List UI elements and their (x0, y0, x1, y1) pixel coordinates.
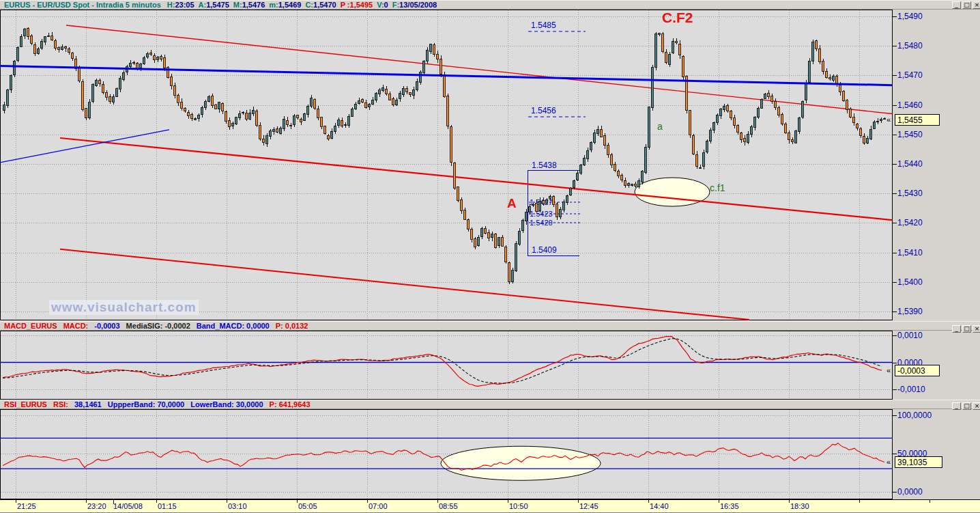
rsi-value-box: 39,1035 (895, 456, 942, 468)
macd-value-box: -0,0003 (895, 365, 940, 376)
price-marker-arrow-icon: « (887, 116, 894, 124)
price-level-label: 1.5420 (530, 219, 553, 227)
price-level-label: 1.5409 (532, 245, 557, 255)
axis-tick-label: 1,5460 (897, 101, 923, 109)
minimize-button[interactable]: _ (952, 402, 961, 410)
axis-tick-label: 100,0000 (897, 411, 932, 419)
rsi-window-buttons: _□× (952, 402, 980, 410)
price-level-label: 1.5438 (532, 161, 557, 170)
price-level-label: 1.5456 (531, 106, 556, 115)
annotation-a-lower: a (657, 121, 663, 132)
chart-window: EURUS - EUR/USD Spot - Intradia 5 minuto… (0, 0, 980, 513)
maximize-button[interactable]: □ (962, 1, 971, 9)
annotation-cf2: C.F2 (662, 10, 693, 26)
axis-tick-label: 1,5410 (897, 249, 923, 257)
chart-canvas[interactable]: 1.54851.54561.54381.54091.54271.54231.54… (0, 0, 980, 513)
main-window-buttons: _□× (952, 1, 980, 9)
rsi-value-axis[interactable]: 100,000050,00000,0000 (893, 409, 980, 499)
axis-tick-label: 1,5420 (897, 219, 923, 227)
maximize-button[interactable]: □ (962, 325, 971, 333)
annotation-a-upper: A (507, 196, 517, 211)
price-level-label: 1.5485 (531, 20, 556, 30)
maximize-button[interactable]: □ (962, 402, 971, 410)
minimize-button[interactable]: _ (952, 1, 961, 9)
minimize-button[interactable]: _ (952, 325, 961, 333)
close-button[interactable]: × (972, 1, 980, 9)
axis-tick-label: -0,0010 (897, 385, 925, 393)
macd-window-buttons: _□× (952, 325, 980, 333)
axis-tick-label: 1,5480 (897, 42, 923, 50)
close-button[interactable]: × (972, 325, 980, 333)
macd-marker-arrow-icon: « (887, 367, 894, 374)
close-button[interactable]: × (972, 402, 980, 410)
axis-tick-label: 1,5430 (897, 189, 923, 197)
main-price-axis[interactable]: 1,54901,54801,54701,54601,54501,54401,54… (893, 10, 980, 321)
axis-tick-label: 1,5400 (897, 278, 923, 286)
last-price-box: 1,5455 (895, 114, 940, 126)
rsi-marker-arrow-icon: « (887, 458, 894, 466)
axis-tick-label: 1,5450 (897, 130, 923, 139)
axis-tick-label: 1,5440 (897, 160, 923, 168)
axis-tick-label: 1,5470 (897, 71, 923, 79)
axis-tick-label: 0,0010 (897, 331, 923, 339)
axis-tick-label: 1,5490 (897, 12, 923, 20)
price-level-label: 1.5423 (530, 210, 553, 218)
axis-tick-label: 0,0000 (897, 488, 923, 496)
watermark: www.visualchart.com (49, 300, 199, 315)
axis-tick-label: 1,5390 (897, 307, 923, 316)
annotation-cf1: c.f1 (710, 182, 725, 193)
